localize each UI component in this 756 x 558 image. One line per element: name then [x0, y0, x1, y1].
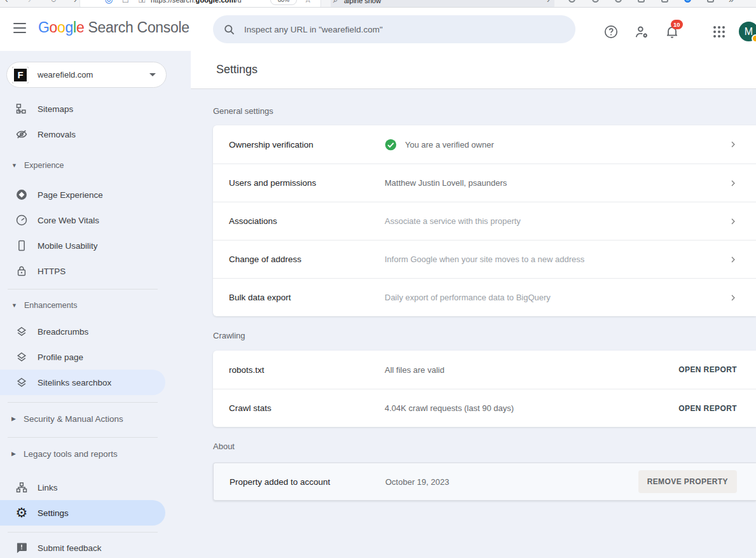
- chevron-right-icon: [729, 294, 737, 302]
- row-property-added: Property added to account October 19, 20…: [214, 463, 756, 500]
- crawling-card: robots.txt All files are valid OPEN REPO…: [213, 351, 756, 427]
- app-header: GoogleSearch Console Inspect any URL in …: [0, 8, 756, 51]
- browser-toolbar: ‹ › ○ › ◎ □ ⚿ https://search.google.com/…: [0, 0, 756, 8]
- sidebar-item-settings[interactable]: ⚙ Settings: [0, 500, 165, 526]
- sidebar-item-core-web-vitals[interactable]: Core Web Vitals: [0, 207, 165, 233]
- row-crawl-stats: Crawl stats 4.04K crawl requests (last 9…: [213, 389, 756, 427]
- chevron-right-icon: [729, 218, 737, 225]
- row-bulk-data-export[interactable]: Bulk data export Daily export of perform…: [213, 278, 756, 316]
- extension-icon[interactable]: [684, 0, 691, 3]
- page-title: Settings: [216, 63, 258, 76]
- about-card: Property added to account October 19, 20…: [213, 463, 756, 501]
- page-title-band: Settings: [191, 51, 756, 89]
- row-associations[interactable]: Associations Associate a service with th…: [213, 202, 756, 240]
- property-selector[interactable]: F wearefield.com: [6, 62, 167, 88]
- row-users-and-permissions[interactable]: Users and permissions Matthew Justin Lov…: [213, 164, 756, 202]
- sidebar-item-submit-feedback[interactable]: Submit feedback: [0, 535, 165, 558]
- extension-icon[interactable]: [638, 0, 645, 3]
- divider: [8, 402, 158, 403]
- apps-grid-icon[interactable]: [711, 24, 727, 39]
- avatar-initial: M: [745, 26, 753, 37]
- chevron-down-icon: [149, 73, 156, 76]
- sidebar: F wearefield.com Sitemaps Removals ▼ Exp…: [0, 51, 191, 558]
- open-report-link[interactable]: OPEN REPORT: [678, 365, 737, 374]
- main-content: Settings General settings Ownership veri…: [191, 51, 756, 558]
- profile-page-icon: [15, 351, 28, 363]
- mobile-usability-icon: [15, 239, 28, 252]
- bookmark-star-icon[interactable]: ☆: [304, 0, 312, 4]
- sidebar-item-breadcrumbs[interactable]: Breadcrumbs: [0, 319, 165, 344]
- sidebar-item-links[interactable]: Links: [0, 475, 165, 500]
- expand-arrow-icon: ▶: [11, 415, 18, 422]
- links-icon: [15, 481, 28, 494]
- row-change-of-address[interactable]: Change of address Inform Google when you…: [213, 240, 756, 278]
- property-domain: wearefield.com: [38, 70, 149, 80]
- sidebar-item-sitelinks-searchbox[interactable]: Sitelinks searchbox: [0, 370, 165, 395]
- section-enhancements[interactable]: ▼ Enhancements: [0, 293, 165, 318]
- browser-back-icon[interactable]: ‹: [5, 0, 8, 4]
- url-inspection-search[interactable]: Inspect any URL in "wearefield.com": [213, 15, 575, 43]
- browser-forward-icon[interactable]: ›: [28, 0, 31, 4]
- extension-icon[interactable]: [707, 0, 714, 3]
- section-experience[interactable]: ▼ Experience: [0, 153, 165, 178]
- manage-users-icon[interactable]: [634, 24, 649, 39]
- collapse-arrow-icon: ▼: [11, 302, 18, 309]
- divider: [8, 532, 158, 533]
- feedback-icon: [15, 541, 28, 554]
- sidebar-item-sitemaps[interactable]: Sitemaps: [0, 96, 165, 122]
- sitemaps-icon: [15, 102, 28, 115]
- chevron-right-icon[interactable]: ›: [547, 0, 550, 4]
- product-name: Search Console: [88, 19, 189, 36]
- extension-icon[interactable]: [661, 0, 668, 3]
- zoom-level-badge[interactable]: 80%: [270, 0, 297, 5]
- open-report-link[interactable]: OPEN REPORT: [678, 404, 737, 413]
- menu-icon[interactable]: [13, 23, 26, 33]
- breadcrumbs-icon: [15, 325, 28, 338]
- tab-search-value[interactable]: alpine snow: [344, 0, 381, 4]
- help-icon[interactable]: [603, 24, 619, 39]
- shield-icon[interactable]: ◎: [105, 0, 113, 4]
- sitelinks-searchbox-icon: [15, 376, 28, 389]
- extension-icon[interactable]: [568, 0, 575, 3]
- overflow-chevrons-icon[interactable]: »: [729, 0, 734, 4]
- page-experience-icon: [15, 188, 28, 201]
- extension-icon[interactable]: [592, 0, 599, 3]
- key-icon[interactable]: ⚿: [139, 0, 146, 5]
- general-settings-card: Ownership verification You are a verifie…: [213, 125, 756, 316]
- row-ownership-verification[interactable]: Ownership verification You are a verifie…: [213, 125, 756, 164]
- https-icon: [15, 265, 28, 277]
- chevron-right-icon: [729, 179, 737, 187]
- sidebar-item-page-experience[interactable]: Page Experience: [0, 182, 165, 207]
- avatar[interactable]: M: [739, 22, 756, 41]
- extension-icon[interactable]: [615, 0, 622, 3]
- sidebar-item-removals[interactable]: Removals: [0, 122, 165, 147]
- url-text[interactable]: https://search.google.com/u: [151, 0, 242, 4]
- verified-check-icon: [385, 139, 397, 151]
- settings-icon: ⚙: [15, 506, 28, 519]
- notification-count-badge: 10: [671, 20, 683, 29]
- search-icon: [223, 24, 235, 36]
- sidebar-item-https[interactable]: HTTPS: [0, 258, 165, 284]
- section-label-general-settings: General settings: [213, 106, 756, 116]
- avatar-status-dot: [752, 34, 756, 43]
- divider: [8, 289, 158, 289]
- browser-reload-icon[interactable]: ○: [51, 0, 56, 4]
- expand-arrow-icon: ▶: [11, 450, 18, 457]
- section-label-about: About: [213, 442, 756, 452]
- app-logo[interactable]: GoogleSearch Console: [38, 19, 189, 36]
- sidebar-item-mobile-usability[interactable]: Mobile Usability: [0, 233, 165, 258]
- notifications-icon[interactable]: 10: [664, 24, 680, 39]
- core-web-vitals-icon: [15, 214, 28, 227]
- page-icon[interactable]: □: [123, 0, 128, 4]
- remove-property-button[interactable]: REMOVE PROPERTY: [638, 470, 737, 493]
- section-security-manual-actions[interactable]: ▶ Security & Manual Actions: [0, 406, 165, 431]
- chevron-right-icon: [729, 256, 737, 263]
- section-label-crawling: Crawling: [213, 331, 756, 341]
- search-placeholder: Inspect any URL in "wearefield.com": [244, 25, 383, 34]
- browser-arrow-icon[interactable]: ›: [74, 0, 77, 4]
- section-legacy-tools[interactable]: ▶ Legacy tools and reports: [0, 441, 165, 466]
- divider: [8, 437, 158, 438]
- property-favicon: F: [12, 67, 29, 83]
- sidebar-item-profile-page[interactable]: Profile page: [0, 344, 165, 370]
- search-icon: ⌕: [333, 0, 338, 5]
